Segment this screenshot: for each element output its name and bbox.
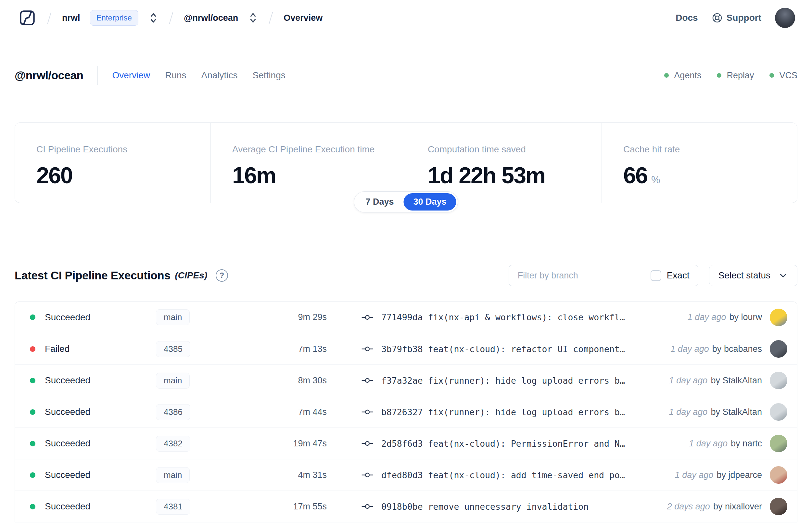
cipe-table-row[interactable]: Failed 4385 7m 13s 3b79fb38 feat(nx-clou… xyxy=(15,333,797,364)
cipe-section-header: Latest CI Pipeline Executions (CIPEs) ? … xyxy=(15,265,797,286)
cipe-branch-cell: main xyxy=(156,309,263,325)
cipe-title: Latest CI Pipeline Executions xyxy=(15,269,170,282)
divider xyxy=(97,66,98,85)
status-dot xyxy=(30,378,35,384)
tab-label: Analytics xyxy=(201,70,238,80)
author: by StalkAltan xyxy=(711,376,762,386)
workspace-header: @nrwl/ocean Overview Runs Analytics Sett… xyxy=(0,65,812,86)
support-link[interactable]: Support xyxy=(711,12,761,24)
by-label: by xyxy=(711,407,720,417)
cipe-status-cell: Succeeded xyxy=(30,501,156,512)
divider xyxy=(649,66,649,85)
cipe-meta-cell: 1 day ago by StalkAltan xyxy=(669,403,787,421)
cipe-table-row[interactable]: Succeeded main 8m 30s f37a32ae fix(runne… xyxy=(15,364,797,396)
breadcrumb-org[interactable]: nrwl xyxy=(62,13,80,23)
commit-sha: 0918b0be xyxy=(381,501,423,512)
health-item[interactable]: VCS xyxy=(769,71,797,80)
commit-message: remove unnecessary invalidation xyxy=(428,501,589,512)
cipe-duration: 7m 13s xyxy=(263,344,327,354)
cipe-commit-cell: f37a32ae fix(runner): hide log upload er… xyxy=(361,376,669,386)
cipe-branch-cell: 4382 xyxy=(156,436,263,452)
author-name: StalkAltan xyxy=(722,407,762,417)
cipe-table-row[interactable]: Succeeded 4381 17m 55s 0918b0be remove u… xyxy=(15,491,797,522)
commit-message: fix(nx-api & workflows): close workfl… xyxy=(428,312,625,322)
health-item[interactable]: Agents xyxy=(664,71,701,80)
chevron-down-icon xyxy=(778,271,788,280)
stat-value: 66 xyxy=(623,162,647,189)
commit-sha: 3b79fb38 xyxy=(381,344,423,354)
status-dot xyxy=(30,504,35,509)
exact-label: Exact xyxy=(667,270,690,281)
commit-text: b8726327 fix(runner): hide log upload er… xyxy=(381,407,625,417)
exact-checkbox[interactable] xyxy=(650,270,661,281)
docs-link[interactable]: Docs xyxy=(676,13,698,23)
branch-badge: main xyxy=(156,467,190,483)
commit-sha: 2d58f6d3 xyxy=(381,439,423,449)
time-ago: 1 day ago xyxy=(675,470,714,480)
status-dot xyxy=(30,346,35,352)
help-icon[interactable]: ? xyxy=(216,269,228,282)
cipe-meta-cell: 1 day ago by jdpearce xyxy=(675,466,787,484)
cipe-table-row[interactable]: Succeeded 4386 7m 44s b8726327 fix(runne… xyxy=(15,396,797,427)
workspace-tab[interactable]: Runs xyxy=(165,70,186,80)
git-commit-icon xyxy=(361,408,373,416)
commit-sha: b8726327 xyxy=(381,407,423,417)
author-name: lourw xyxy=(741,312,762,322)
org-switcher-chevron-icon[interactable] xyxy=(148,12,158,24)
support-label: Support xyxy=(726,13,761,23)
status-dot xyxy=(30,472,35,478)
org-plan-badge[interactable]: Enterprise xyxy=(90,10,138,26)
cipe-meta-cell: 1 day ago by bcabanes xyxy=(670,340,787,358)
workspace-switcher-chevron-icon[interactable] xyxy=(248,12,258,24)
cipe-table-row[interactable]: Succeeded 4382 19m 47s 2d58f6d3 feat(nx-… xyxy=(15,427,797,459)
author-name: jdpearce xyxy=(728,470,762,480)
git-commit-icon xyxy=(361,439,373,448)
status-dot xyxy=(30,441,35,446)
breadcrumb-page: Overview xyxy=(284,13,323,23)
cipe-meta-cell: 1 day ago by lourw xyxy=(688,309,787,326)
breadcrumb-separator xyxy=(47,12,51,24)
workspace-tab[interactable]: Analytics xyxy=(201,70,238,80)
cipe-table-row[interactable]: Succeeded main 9m 29s 771499da fix(nx-ap… xyxy=(15,301,797,333)
git-commit-icon xyxy=(361,345,373,353)
by-label: by xyxy=(717,470,726,480)
nx-cloud-logo-icon xyxy=(18,9,37,27)
time-ago: 1 day ago xyxy=(669,407,708,417)
cipe-status-cell: Succeeded xyxy=(30,438,156,449)
workspace-tab[interactable]: Settings xyxy=(253,70,286,80)
user-avatar[interactable] xyxy=(775,8,795,28)
workspace-tab[interactable]: Overview xyxy=(112,70,150,80)
commit-text: 771499da fix(nx-api & workflows): close … xyxy=(381,312,625,322)
by-label: by xyxy=(713,501,723,511)
author-avatar xyxy=(770,435,787,452)
branch-badge: 4386 xyxy=(156,404,190,420)
health-item[interactable]: Replay xyxy=(717,71,754,80)
cipe-duration: 19m 47s xyxy=(263,439,327,449)
top-nav: nrwl Enterprise @nrwl/ocean Overview Doc… xyxy=(0,0,812,36)
author-name: nixallover xyxy=(725,501,762,511)
health-label: Agents xyxy=(674,71,701,80)
branch-filter-input[interactable] xyxy=(509,265,642,286)
cipe-table-row[interactable]: Succeeded main 4m 31s dfed80d3 feat(nx-c… xyxy=(15,459,797,491)
date-range-option[interactable]: 7 Days xyxy=(356,193,403,211)
stat-value: 16m xyxy=(232,162,276,189)
tab-label: Settings xyxy=(253,70,286,80)
status-select-dropdown[interactable]: Select status xyxy=(709,265,797,286)
health-label: VCS xyxy=(779,71,797,80)
stat-suffix: % xyxy=(651,174,660,186)
exact-match-toggle[interactable]: Exact xyxy=(642,265,698,286)
time-ago: 1 day ago xyxy=(688,312,726,322)
by-label: by xyxy=(711,376,720,385)
cipe-status-cell: Failed xyxy=(30,344,156,354)
breadcrumb-workspace[interactable]: @nrwl/ocean xyxy=(184,13,238,23)
time-ago: 2 days ago xyxy=(667,501,710,512)
cipe-branch-cell: 4386 xyxy=(156,404,263,420)
cipe-status-cell: Succeeded xyxy=(30,312,156,322)
nx-cloud-logo[interactable] xyxy=(18,9,37,27)
time-ago: 1 day ago xyxy=(689,439,727,449)
stat-card: Computation time saved 1d 22h 53m xyxy=(406,123,601,203)
branch-badge: 4385 xyxy=(156,341,190,357)
time-ago: 1 day ago xyxy=(670,344,709,354)
stat-value: 260 xyxy=(36,162,73,189)
date-range-option[interactable]: 30 Days xyxy=(403,193,456,211)
